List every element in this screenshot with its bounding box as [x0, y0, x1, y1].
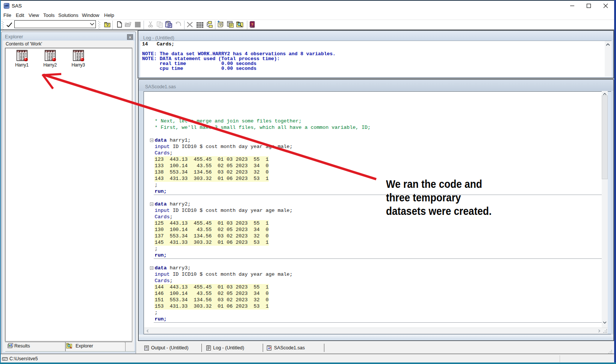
svg-text:?: ?	[251, 23, 253, 26]
svg-text:sas: sas	[5, 4, 9, 7]
